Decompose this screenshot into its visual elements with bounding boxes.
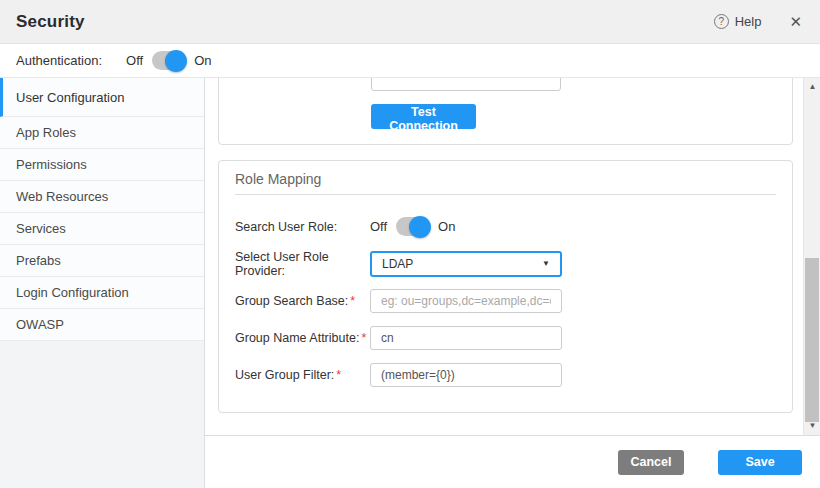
security-dialog: Security ? Help ✕ Authentication: Off On… [0, 0, 820, 488]
help-label: Help [735, 14, 762, 29]
role-mapping-form: Search User Role: Off On Select User Rol [219, 208, 792, 393]
group-name-attribute-label: Group Name Attribute:* [235, 331, 370, 345]
main-content: Test Connection Role Mapping Search User… [205, 78, 820, 488]
required-asterisk: * [350, 294, 355, 308]
sidebar-item-permissions[interactable]: Permissions [0, 149, 204, 181]
vertical-scrollbar: ▲ ▼ [803, 78, 820, 435]
scrollbar-thumb[interactable] [805, 258, 819, 422]
group-search-base-input[interactable] [370, 289, 562, 313]
scroll-up-icon[interactable]: ▲ [804, 80, 820, 94]
close-icon[interactable]: ✕ [789, 14, 802, 29]
role-mapping-card: Role Mapping Search User Role: Off On [218, 160, 793, 413]
toggle-on-label: On [194, 53, 211, 68]
group-name-attribute-row: Group Name Attribute:* [219, 319, 792, 356]
sidebar-item-label: Web Resources [16, 189, 108, 204]
group-name-attribute-input[interactable] [370, 326, 562, 350]
provider-row: Select User Role Provider: LDAP ▼ [219, 245, 792, 282]
label-text: Group Name Attribute: [235, 331, 359, 345]
toggle-off-label: Off [370, 219, 387, 234]
scrollable-content: Test Connection Role Mapping Search User… [205, 78, 803, 435]
role-mapping-title: Role Mapping [235, 171, 776, 187]
page-title: Security [16, 12, 85, 32]
header-actions: ? Help ✕ [714, 14, 802, 29]
sidebar-item-label: Login Configuration [16, 285, 129, 300]
dropdown-arrow-icon: ▼ [542, 259, 550, 268]
authentication-label: Authentication: [16, 53, 102, 68]
provider-label: Select User Role Provider: [235, 250, 370, 278]
help-icon: ? [714, 14, 729, 29]
test-connection-button[interactable]: Test Connection [371, 104, 476, 129]
cancel-button[interactable]: Cancel [618, 450, 684, 475]
toggle-on-label: On [438, 219, 455, 234]
scroll-down-icon[interactable]: ▼ [804, 419, 820, 433]
settings-sidebar: User Configuration App Roles Permissions… [0, 78, 205, 488]
dialog-footer: Cancel Save [205, 435, 820, 488]
authentication-toggle: Off On [126, 51, 211, 70]
sidebar-item-prefabs[interactable]: Prefabs [0, 245, 204, 277]
connection-partial-input[interactable] [371, 78, 561, 91]
switch-knob [409, 216, 431, 238]
sidebar-item-user-configuration[interactable]: User Configuration [0, 78, 204, 117]
sidebar-item-owasp[interactable]: OWASP [0, 309, 204, 341]
sidebar-item-label: App Roles [16, 125, 76, 140]
sidebar-item-label: Services [16, 221, 66, 236]
dialog-body: User Configuration App Roles Permissions… [0, 78, 820, 488]
sidebar-item-web-resources[interactable]: Web Resources [0, 181, 204, 213]
label-text: User Group Filter: [235, 368, 334, 382]
user-group-filter-input[interactable] [370, 363, 562, 387]
user-group-filter-label: User Group Filter:* [235, 368, 370, 382]
user-role-provider-select[interactable]: LDAP ▼ [370, 251, 562, 277]
toggle-off-label: Off [126, 53, 143, 68]
required-asterisk: * [336, 368, 341, 382]
authentication-switch[interactable] [152, 51, 185, 70]
sidebar-item-app-roles[interactable]: App Roles [0, 117, 204, 149]
label-text: Group Search Base: [235, 294, 348, 308]
sidebar-item-label: OWASP [16, 317, 64, 332]
search-user-role-row: Search User Role: Off On [219, 208, 792, 245]
search-user-role-label: Search User Role: [235, 220, 370, 234]
required-asterisk: * [361, 331, 366, 345]
help-button[interactable]: ? Help [714, 14, 762, 29]
user-group-filter-row: User Group Filter:* [219, 356, 792, 393]
sidebar-item-label: Prefabs [16, 253, 61, 268]
save-button[interactable]: Save [718, 450, 802, 475]
connection-settings-card: Test Connection [218, 78, 793, 145]
group-search-base-row: Group Search Base:* [219, 282, 792, 319]
sidebar-item-login-configuration[interactable]: Login Configuration [0, 277, 204, 309]
selected-provider: LDAP [382, 257, 413, 271]
dialog-header: Security ? Help ✕ [0, 0, 820, 44]
group-search-base-label: Group Search Base:* [235, 294, 370, 308]
switch-knob [165, 50, 187, 72]
authentication-bar: Authentication: Off On [0, 44, 820, 78]
section-divider [235, 194, 776, 195]
sidebar-item-label: User Configuration [16, 90, 124, 105]
search-user-role-toggle: Off On [370, 217, 455, 236]
sidebar-item-label: Permissions [16, 157, 87, 172]
sidebar-item-services[interactable]: Services [0, 213, 204, 245]
search-user-role-switch[interactable] [396, 217, 429, 236]
